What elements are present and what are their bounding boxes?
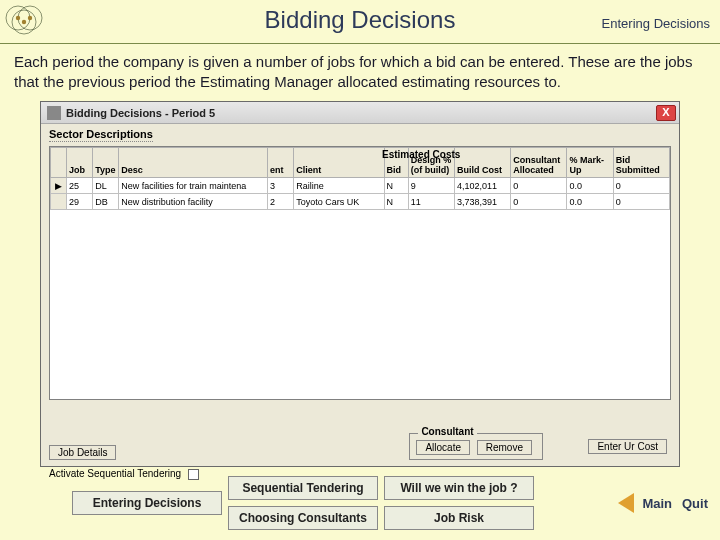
- intro-text: Each period the company is given a numbe…: [0, 44, 720, 97]
- col-type: Type: [93, 148, 119, 178]
- cell-bid[interactable]: N: [384, 178, 408, 194]
- cell-markup[interactable]: 0.0: [567, 178, 613, 194]
- bottom-nav: Entering Decisions Sequential Tendering …: [0, 476, 720, 530]
- window-bottom-bar: Job Details Consultant Allocate Remove E…: [49, 445, 671, 460]
- brand-logo: [4, 2, 124, 42]
- page-subtitle: Entering Decisions: [602, 16, 710, 31]
- cell-build[interactable]: 4,102,011: [454, 178, 510, 194]
- remove-button[interactable]: Remove: [477, 440, 532, 455]
- close-icon[interactable]: X: [656, 105, 676, 121]
- nav-entering-decisions[interactable]: Entering Decisions: [72, 491, 222, 515]
- window-app-icon: [47, 106, 61, 120]
- cell-desc[interactable]: New facilities for train maintena: [119, 178, 268, 194]
- jobs-grid: Estimated Costs Job Type Desc ent Client…: [49, 146, 671, 400]
- window-titlebar: Bidding Decisions - Period 5 X: [41, 102, 679, 124]
- svg-point-3: [16, 16, 20, 20]
- cell-design[interactable]: 11: [408, 194, 454, 210]
- allocate-button[interactable]: Allocate: [416, 440, 470, 455]
- cell-type[interactable]: DB: [93, 194, 119, 210]
- bidding-window: Bidding Decisions - Period 5 X Sector De…: [40, 101, 680, 467]
- nav-quit[interactable]: Quit: [682, 496, 708, 511]
- cell-ent[interactable]: 3: [268, 178, 294, 194]
- page-header: Bidding Decisions Entering Decisions: [0, 0, 720, 44]
- nav-job-risk[interactable]: Job Risk: [384, 506, 534, 530]
- svg-point-4: [22, 20, 26, 24]
- cell-job[interactable]: 29: [67, 194, 93, 210]
- consultant-group-title: Consultant: [418, 426, 476, 437]
- nav-will-we-win[interactable]: Will we win the job ?: [384, 476, 534, 500]
- nav-choosing-consultants[interactable]: Choosing Consultants: [228, 506, 378, 530]
- col-consult: Consultant Allocated: [511, 148, 567, 178]
- col-markup: % Mark-Up: [567, 148, 613, 178]
- row-selector-icon[interactable]: [51, 194, 67, 210]
- cell-bid-submitted[interactable]: 0: [613, 178, 669, 194]
- cell-markup[interactable]: 0.0: [567, 194, 613, 210]
- cell-bid-submitted[interactable]: 0: [613, 194, 669, 210]
- cell-design[interactable]: 9: [408, 178, 454, 194]
- consultant-group: Consultant Allocate Remove: [409, 433, 543, 460]
- sector-link-row: Sector Descriptions: [41, 124, 679, 142]
- cell-ent[interactable]: 2: [268, 194, 294, 210]
- grid-header-row: Job Type Desc ent Client Bid Design % (o…: [51, 148, 670, 178]
- back-arrow-icon[interactable]: [618, 493, 634, 513]
- cell-client[interactable]: Toyoto Cars UK: [294, 194, 384, 210]
- col-ent: ent: [268, 148, 294, 178]
- window-title: Bidding Decisions - Period 5: [66, 107, 656, 119]
- row-selector-icon[interactable]: ▶: [51, 178, 67, 194]
- col-client: Client: [294, 148, 384, 178]
- nav-sequential-tendering[interactable]: Sequential Tendering: [228, 476, 378, 500]
- enter-cost-button[interactable]: Enter Ur Cost: [588, 439, 667, 454]
- estimated-costs-label: Estimated Costs: [382, 147, 460, 160]
- col-desc: Desc: [119, 148, 268, 178]
- cell-consult[interactable]: 0: [511, 194, 567, 210]
- table-row[interactable]: 29 DB New distribution facility 2 Toyoto…: [51, 194, 670, 210]
- job-details-button[interactable]: Job Details: [49, 445, 116, 460]
- col-job: Job: [67, 148, 93, 178]
- sector-descriptions-link[interactable]: Sector Descriptions: [49, 128, 153, 142]
- cell-bid[interactable]: N: [384, 194, 408, 210]
- cell-client[interactable]: Railine: [294, 178, 384, 194]
- cell-desc[interactable]: New distribution facility: [119, 194, 268, 210]
- cell-build[interactable]: 3,738,391: [454, 194, 510, 210]
- nav-main[interactable]: Main: [642, 496, 672, 511]
- cell-job[interactable]: 25: [67, 178, 93, 194]
- svg-point-5: [28, 16, 32, 20]
- cell-type[interactable]: DL: [93, 178, 119, 194]
- col-bid-submitted: Bid Submitted: [613, 148, 669, 178]
- col-build: Build Cost: [454, 148, 510, 178]
- cell-consult[interactable]: 0: [511, 178, 567, 194]
- table-row[interactable]: ▶ 25 DL New facilities for train mainten…: [51, 178, 670, 194]
